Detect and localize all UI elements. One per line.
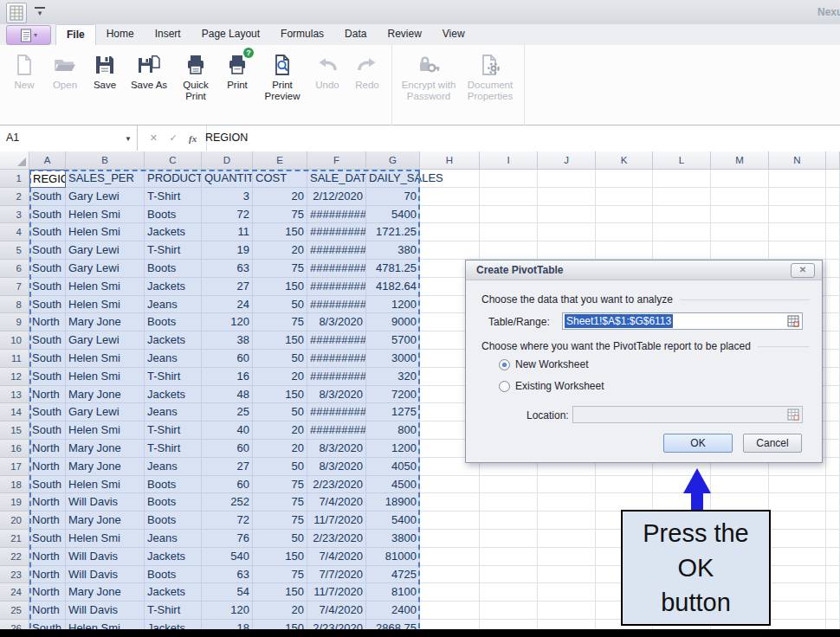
cell-D3[interactable]: 72 xyxy=(202,206,253,224)
cell-F4[interactable]: ######### xyxy=(307,223,366,241)
cell-G4[interactable]: 1721.25 xyxy=(366,223,420,241)
cell-C2[interactable]: T-Shirt xyxy=(145,188,202,206)
cell-X12[interactable] xyxy=(826,368,840,386)
cell-F13[interactable]: 8/3/2020 xyxy=(307,386,366,404)
cell-C5[interactable]: T-Shirt xyxy=(145,241,202,260)
cell-H26[interactable] xyxy=(420,620,480,629)
cell-A11[interactable]: South xyxy=(29,350,66,368)
cell-E12[interactable]: 20 xyxy=(253,368,307,386)
cell-K1[interactable] xyxy=(596,170,653,188)
cell-A7[interactable]: South xyxy=(29,278,66,296)
cell-G14[interactable]: 1275 xyxy=(366,403,420,421)
cell-D22[interactable]: 540 xyxy=(202,548,253,566)
row-header-23[interactable]: 23 xyxy=(0,566,29,584)
cell-D11[interactable]: 60 xyxy=(202,350,253,368)
cell-B11[interactable]: Helen Smi xyxy=(66,350,145,368)
cell-I23[interactable] xyxy=(480,566,538,584)
cell-G18[interactable]: 4500 xyxy=(366,476,420,494)
cell-B26[interactable]: Helen Smi xyxy=(66,620,145,629)
cell-F20[interactable]: 11/7/2020 xyxy=(307,512,366,530)
row-header-12[interactable]: 12 xyxy=(0,368,29,386)
cell-L2[interactable] xyxy=(653,188,711,206)
cell-G9[interactable]: 9000 xyxy=(366,313,420,331)
cell-M5[interactable] xyxy=(711,241,769,260)
cell-E10[interactable]: 150 xyxy=(253,331,307,350)
cell-C15[interactable]: T-Shirt xyxy=(145,421,202,440)
cell-C25[interactable]: T-Shirt xyxy=(145,602,202,620)
application-menu-button[interactable]: ▾ xyxy=(6,25,51,45)
cell-X16[interactable] xyxy=(826,440,840,458)
cell-E20[interactable]: 75 xyxy=(253,512,307,530)
cell-D26[interactable]: 18 xyxy=(202,620,253,629)
cell-J2[interactable] xyxy=(538,188,596,206)
tab-insert[interactable]: Insert xyxy=(145,24,191,45)
cell-F1[interactable]: SALE_DAT xyxy=(307,170,366,188)
cell-X9[interactable] xyxy=(826,313,840,331)
cell-B1[interactable]: SALES_PER xyxy=(66,170,145,188)
cell-D25[interactable]: 120 xyxy=(202,602,253,620)
cell-A25[interactable]: North xyxy=(29,602,66,620)
cancel-entry-icon[interactable]: ✕ xyxy=(150,132,158,144)
row-header-17[interactable]: 17 xyxy=(0,458,29,476)
cell-B8[interactable]: Helen Smi xyxy=(66,296,145,314)
cell-H19[interactable] xyxy=(420,493,480,512)
row-header-1[interactable]: 1 xyxy=(0,170,29,188)
cell-X3[interactable] xyxy=(826,206,840,224)
cell-F18[interactable]: 2/23/2020 xyxy=(307,476,366,494)
cell-X13[interactable] xyxy=(826,386,840,404)
cell-A18[interactable]: South xyxy=(29,476,66,494)
cell-E14[interactable]: 50 xyxy=(253,403,307,421)
cell-X17[interactable] xyxy=(826,458,840,476)
cell-C6[interactable]: Boots xyxy=(145,260,202,278)
cell-A10[interactable]: South xyxy=(29,331,66,350)
cell-X19[interactable] xyxy=(826,493,840,512)
cell-X7[interactable] xyxy=(826,278,840,296)
cell-K3[interactable] xyxy=(596,206,653,224)
cell-I22[interactable] xyxy=(480,548,538,566)
name-box-dropdown-icon[interactable]: ▼ xyxy=(125,135,132,143)
row-header-24[interactable]: 24 xyxy=(0,583,29,602)
print-preview-button[interactable]: Print Preview xyxy=(258,48,307,102)
row-header-25[interactable]: 25 xyxy=(0,602,29,620)
cell-A8[interactable]: South xyxy=(29,296,66,314)
row-header-20[interactable]: 20 xyxy=(0,512,29,530)
cell-M2[interactable] xyxy=(711,188,769,206)
cell-A9[interactable]: North xyxy=(29,313,66,331)
cell-I3[interactable] xyxy=(480,206,538,224)
cell-H23[interactable] xyxy=(420,566,480,584)
close-icon[interactable]: ✕ xyxy=(791,263,815,278)
radio-new-worksheet[interactable]: New Worksheet xyxy=(499,358,588,370)
save-button[interactable]: Save xyxy=(87,48,123,91)
cell-D5[interactable]: 19 xyxy=(202,241,253,260)
row-header-13[interactable]: 13 xyxy=(0,386,29,404)
cell-I1[interactable] xyxy=(480,170,538,188)
cell-A20[interactable]: North xyxy=(29,512,66,530)
tab-file[interactable]: File xyxy=(55,24,96,46)
cell-X14[interactable] xyxy=(826,403,840,421)
cell-D15[interactable]: 40 xyxy=(202,421,253,440)
cell-A1[interactable]: REGION xyxy=(29,170,66,188)
cell-A17[interactable]: North xyxy=(29,458,66,476)
row-header-9[interactable]: 9 xyxy=(0,313,29,331)
cell-D17[interactable]: 27 xyxy=(202,458,253,476)
formula-content[interactable]: REGION xyxy=(205,132,248,144)
column-header-F[interactable]: F xyxy=(307,151,366,170)
cell-A24[interactable]: North xyxy=(29,583,66,602)
cell-C21[interactable]: Jeans xyxy=(145,530,202,548)
cell-H18[interactable] xyxy=(420,476,480,494)
cell-L1[interactable] xyxy=(653,170,711,188)
cell-I26[interactable] xyxy=(480,620,538,629)
cell-A26[interactable]: South xyxy=(29,620,66,629)
cell-I2[interactable] xyxy=(480,188,538,206)
app-logo-icon[interactable] xyxy=(6,3,27,23)
column-header-H[interactable]: H xyxy=(420,151,480,170)
cell-C1[interactable]: PRODUCT xyxy=(145,170,202,188)
cell-A4[interactable]: South xyxy=(29,223,66,241)
cell-N23[interactable] xyxy=(769,566,826,584)
cell-L4[interactable] xyxy=(653,223,711,241)
tab-view[interactable]: View xyxy=(432,24,475,45)
column-header-B[interactable]: B xyxy=(66,151,145,170)
cell-B19[interactable]: Will Davis xyxy=(66,493,145,512)
cell-G16[interactable]: 1200 xyxy=(366,440,420,458)
cell-C10[interactable]: Jackets xyxy=(145,331,202,350)
